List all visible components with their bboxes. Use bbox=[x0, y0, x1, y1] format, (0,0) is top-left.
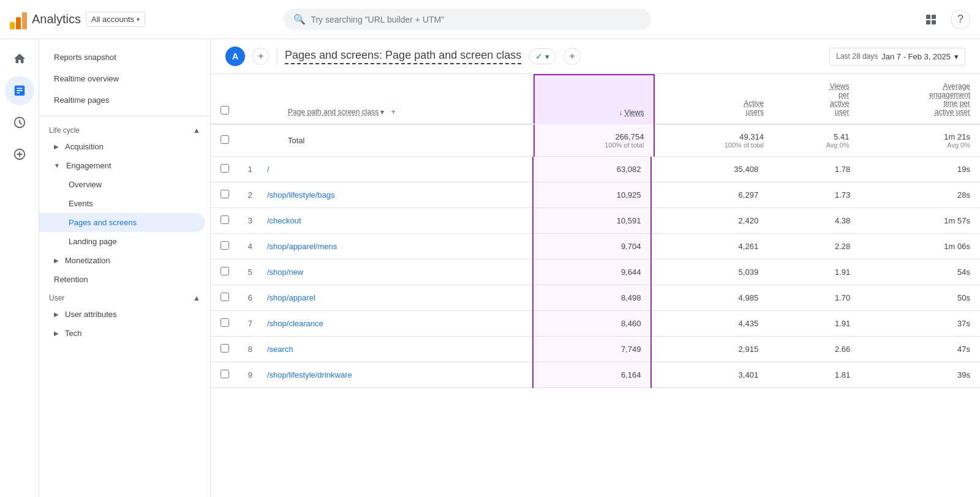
expand-icon-monetization: ▶ bbox=[54, 257, 59, 264]
row-checkbox-8[interactable] bbox=[221, 370, 229, 378]
date-range-selector[interactable]: Last 28 days Jan 7 - Feb 3, 2025 ▾ bbox=[829, 48, 965, 65]
td-active-users-6: 4,435 bbox=[651, 311, 768, 337]
page-link-1[interactable]: /shop/lifestyle/bags bbox=[267, 190, 335, 200]
td-views-per-user-6: 1.91 bbox=[768, 311, 860, 337]
avatar-button[interactable]: A bbox=[225, 47, 245, 66]
row-checkbox-5[interactable] bbox=[221, 293, 229, 301]
page-link-0[interactable]: / bbox=[267, 165, 270, 174]
select-all-checkbox[interactable] bbox=[221, 106, 229, 114]
nav-sub-landing-page[interactable]: Landing page bbox=[39, 232, 205, 251]
td-avg-engagement-6: 37s bbox=[860, 311, 980, 337]
td-active-users-2: 2,420 bbox=[651, 208, 768, 234]
nav-item-user-attributes[interactable]: ▶ User attributes bbox=[39, 305, 205, 324]
th-page[interactable]: Page path and screen class ▾ + bbox=[278, 75, 534, 124]
td-page-1[interactable]: /shop/lifestyle/bags bbox=[257, 182, 533, 208]
table-row: 5 /shop/new 9,644 5,039 1.91 54s bbox=[211, 260, 980, 285]
accounts-dropdown[interactable]: All accounts ▾ bbox=[86, 12, 145, 27]
nav-item-acquisition[interactable]: ▶ Acquisition bbox=[39, 137, 205, 156]
td-active-users-8: 3,401 bbox=[651, 362, 768, 388]
sidebar-icon-reports[interactable] bbox=[5, 76, 34, 105]
td-views-per-user-0: 1.78 bbox=[768, 157, 860, 182]
row-checkbox-4[interactable] bbox=[221, 267, 229, 275]
add-tab-button[interactable]: + bbox=[252, 48, 270, 65]
td-active-users-7: 2,915 bbox=[651, 337, 768, 362]
sidebar-icon-advertising[interactable] bbox=[5, 140, 34, 169]
grid-icon[interactable] bbox=[921, 10, 941, 29]
td-page-6[interactable]: /shop/clearance bbox=[257, 311, 533, 337]
nav-item-engagement[interactable]: ▼ Engagement bbox=[39, 156, 205, 175]
sidebar-icon-explore[interactable] bbox=[5, 108, 34, 137]
svg-rect-3 bbox=[932, 20, 936, 24]
th-avg-engagement[interactable]: Averageengagementtime peractive user bbox=[859, 75, 980, 124]
nav-section-user[interactable]: User ▲ bbox=[39, 289, 210, 305]
nav-sub-pages-screens[interactable]: Pages and screens bbox=[39, 213, 205, 232]
page-link-5[interactable]: /shop/apparel bbox=[267, 293, 315, 302]
app-title: Analytics bbox=[32, 12, 81, 26]
logo-bar-3 bbox=[22, 12, 27, 29]
td-views-per-user-5: 1.70 bbox=[768, 285, 860, 311]
td-page-5[interactable]: /shop/apparel bbox=[257, 285, 533, 311]
chevron-down-icon: ▾ bbox=[137, 16, 140, 23]
nav-item-tech[interactable]: ▶ Tech bbox=[39, 324, 205, 343]
filter-dropdown[interactable]: ✓ ▾ bbox=[529, 48, 556, 64]
nav-sub-overview[interactable]: Overview bbox=[39, 175, 205, 194]
row-checkbox-2[interactable] bbox=[221, 215, 229, 224]
td-views-per-user-4: 1.91 bbox=[768, 260, 860, 285]
add-filter-button[interactable]: + bbox=[564, 48, 581, 65]
nav-sidebar: Reports snapshot Realtime overview Realt… bbox=[39, 39, 211, 497]
td-page-2[interactable]: /checkout bbox=[257, 208, 533, 234]
date-range-text: Jan 7 - Feb 3, 2025 bbox=[881, 52, 951, 61]
td-num-4: 5 bbox=[239, 260, 257, 285]
nav-section-lifecycle[interactable]: Life cycle ▲ bbox=[39, 121, 210, 137]
search-bar: 🔍 bbox=[284, 9, 651, 30]
nav-sub-events[interactable]: Events bbox=[39, 194, 205, 213]
row-checkbox-0[interactable] bbox=[221, 164, 229, 173]
row-checkbox-1[interactable] bbox=[221, 190, 229, 198]
th-views-per-user[interactable]: Viewsperactiveuser bbox=[774, 75, 859, 124]
td-num-3: 4 bbox=[239, 234, 257, 260]
th-page-label: Page path and screen class bbox=[288, 108, 379, 116]
nav-item-realtime-overview[interactable]: Realtime overview bbox=[39, 68, 205, 89]
sidebar-icon-home[interactable] bbox=[5, 44, 34, 73]
td-page-0[interactable]: / bbox=[257, 157, 533, 182]
user-attributes-label: User attributes bbox=[65, 310, 117, 319]
td-page-8[interactable]: /shop/lifestyle/drinkware bbox=[257, 362, 533, 388]
th-page-dropdown-icon[interactable]: ▾ bbox=[380, 108, 384, 116]
search-input[interactable] bbox=[311, 15, 641, 24]
total-checkbox[interactable] bbox=[221, 135, 229, 144]
row-checkbox-6[interactable] bbox=[221, 318, 229, 327]
topbar: Analytics All accounts ▾ 🔍 ? bbox=[0, 0, 980, 39]
nav-item-realtime-pages[interactable]: Realtime pages bbox=[39, 89, 205, 111]
td-page-4[interactable]: /shop/new bbox=[257, 260, 533, 285]
page-link-6[interactable]: /shop/clearance bbox=[267, 319, 323, 328]
table-row: 1 / 63,082 35,408 1.78 19s bbox=[211, 157, 980, 182]
page-link-2[interactable]: /checkout bbox=[267, 216, 301, 225]
td-views-2: 10,591 bbox=[533, 208, 651, 234]
td-page-3[interactable]: /shop/apparel/mens bbox=[257, 234, 533, 260]
help-icon[interactable]: ? bbox=[951, 10, 970, 29]
row-checkbox-7[interactable] bbox=[221, 344, 229, 353]
th-active-users[interactable]: Activeusers bbox=[654, 75, 774, 124]
page-link-4[interactable]: /shop/new bbox=[267, 267, 303, 277]
nav-item-monetization[interactable]: ▶ Monetization bbox=[39, 251, 205, 270]
help-label: ? bbox=[957, 13, 963, 26]
row-checkbox-3[interactable] bbox=[221, 241, 229, 250]
table-row: 7 /shop/clearance 8,460 4,435 1.91 37s bbox=[211, 311, 980, 337]
td-views-1: 10,925 bbox=[533, 182, 651, 208]
td-checkbox-8 bbox=[211, 362, 239, 388]
th-num bbox=[239, 75, 278, 124]
page-link-3[interactable]: /shop/apparel/mens bbox=[267, 242, 337, 251]
nav-item-retention[interactable]: Retention bbox=[39, 270, 205, 289]
total-views-value: 266,754 bbox=[545, 132, 644, 141]
page-link-7[interactable]: /search bbox=[267, 345, 293, 354]
td-num-0: 1 bbox=[239, 157, 257, 182]
nav-item-reports-snapshot[interactable]: Reports snapshot bbox=[39, 47, 205, 68]
page-link-8[interactable]: /shop/lifestyle/drinkware bbox=[267, 370, 352, 379]
td-avg-engagement-2: 1m 57s bbox=[860, 208, 980, 234]
th-views[interactable]: ↓ Views bbox=[534, 75, 655, 124]
td-checkbox-0 bbox=[211, 157, 239, 182]
icon-sidebar bbox=[0, 39, 39, 497]
td-page-7[interactable]: /search bbox=[257, 337, 533, 362]
th-page-add-icon[interactable]: + bbox=[391, 108, 396, 116]
data-table-container: Page path and screen class ▾ + ↓ Views A… bbox=[211, 74, 980, 497]
